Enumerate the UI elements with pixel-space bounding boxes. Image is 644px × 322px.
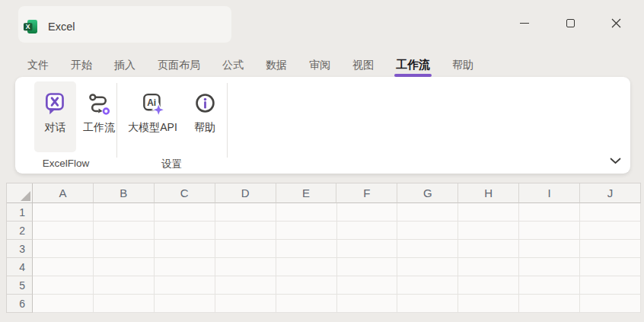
cell[interactable] [94, 222, 155, 240]
cell[interactable] [94, 203, 155, 222]
tab-formulas[interactable]: 公式 [222, 53, 244, 76]
cell[interactable] [33, 240, 94, 258]
cell[interactable] [580, 295, 641, 313]
cell[interactable] [33, 258, 94, 276]
row-header[interactable]: 6 [7, 295, 33, 313]
tab-help[interactable]: 帮助 [452, 53, 473, 76]
tab-review[interactable]: 审阅 [309, 53, 330, 76]
cell[interactable] [337, 295, 398, 313]
maximize-button[interactable] [547, 0, 593, 46]
cell[interactable] [94, 276, 155, 295]
cell[interactable] [337, 203, 398, 222]
cell[interactable] [580, 276, 641, 295]
column-header[interactable]: F [336, 183, 397, 203]
cell[interactable] [215, 240, 276, 258]
tab-page-layout[interactable]: 页面布局 [158, 53, 200, 76]
cell[interactable] [580, 240, 641, 258]
cell[interactable] [33, 203, 94, 222]
cell[interactable] [276, 222, 337, 240]
cell[interactable] [276, 258, 337, 276]
llm-api-button[interactable]: Ai 大模型API [122, 81, 183, 152]
cell[interactable] [397, 276, 458, 295]
cell[interactable] [276, 295, 337, 313]
tab-view[interactable]: 视图 [352, 53, 374, 76]
cell[interactable] [458, 276, 519, 295]
cell[interactable] [580, 203, 641, 222]
column-header[interactable]: D [215, 183, 276, 203]
cell[interactable] [458, 295, 519, 313]
cell[interactable] [94, 258, 155, 276]
cell[interactable] [94, 295, 155, 313]
cell[interactable] [276, 276, 337, 295]
cell[interactable] [519, 240, 580, 258]
grid-row: 5 [7, 276, 641, 295]
cell[interactable] [215, 222, 276, 240]
cell[interactable] [458, 258, 519, 276]
row-header[interactable]: 2 [7, 222, 33, 240]
cell[interactable] [519, 203, 580, 222]
minimize-button[interactable] [502, 0, 547, 46]
column-header[interactable]: G [397, 183, 458, 203]
cell[interactable] [215, 203, 276, 222]
collapse-ribbon-button[interactable] [607, 155, 623, 167]
cell[interactable] [215, 276, 276, 295]
cell[interactable] [33, 295, 94, 313]
cell[interactable] [276, 203, 337, 222]
row-header[interactable]: 5 [7, 276, 33, 295]
column-header[interactable]: J [580, 183, 641, 203]
cell[interactable] [337, 276, 398, 295]
cell[interactable] [215, 258, 276, 276]
cell[interactable] [580, 258, 641, 276]
cell[interactable] [337, 258, 398, 276]
column-header[interactable]: E [276, 183, 337, 203]
chat-button-label: 对话 [45, 121, 66, 135]
tab-data[interactable]: 数据 [266, 53, 287, 76]
column-header[interactable]: I [519, 183, 580, 203]
cell[interactable] [519, 276, 580, 295]
cell[interactable] [155, 276, 215, 295]
cell[interactable] [215, 295, 276, 313]
chat-button[interactable]: 对话 [34, 81, 76, 152]
help-button[interactable]: 帮助 [186, 81, 224, 152]
cell[interactable] [337, 240, 398, 258]
cell[interactable] [94, 240, 155, 258]
cell[interactable] [155, 222, 215, 240]
cell[interactable] [397, 295, 458, 313]
ribbon-panel: 对话 工作流 Ai 大模型API [15, 77, 630, 174]
cell[interactable] [155, 203, 215, 222]
row-header[interactable]: 4 [7, 258, 33, 276]
cell[interactable] [458, 222, 519, 240]
column-header[interactable]: C [155, 183, 215, 203]
cell[interactable] [155, 240, 215, 258]
grid-row: 1 [7, 203, 641, 222]
cell[interactable] [155, 295, 215, 313]
cell[interactable] [276, 240, 337, 258]
cell[interactable] [458, 240, 519, 258]
row-header[interactable]: 1 [7, 203, 33, 222]
cell[interactable] [519, 295, 580, 313]
column-header[interactable]: A [33, 183, 94, 203]
cell[interactable] [519, 222, 580, 240]
cell[interactable] [397, 203, 458, 222]
column-header[interactable]: B [94, 183, 155, 203]
tab-file[interactable]: 文件 [27, 53, 49, 76]
tab-home[interactable]: 开始 [71, 53, 92, 76]
cell[interactable] [458, 203, 519, 222]
cell[interactable] [33, 276, 94, 295]
cell[interactable] [397, 240, 458, 258]
info-circle-icon [193, 92, 217, 116]
cell[interactable] [33, 222, 94, 240]
cell[interactable] [397, 258, 458, 276]
cell[interactable] [519, 258, 580, 276]
cell[interactable] [397, 222, 458, 240]
row-header[interactable]: 3 [7, 240, 33, 258]
select-all-corner[interactable] [7, 183, 33, 203]
close-button[interactable] [593, 0, 639, 46]
tab-insert[interactable]: 插入 [114, 53, 135, 76]
tab-workflow[interactable]: 工作流 [396, 53, 430, 76]
column-header[interactable]: H [458, 183, 519, 203]
workflow-button[interactable]: 工作流 [77, 81, 121, 152]
cell[interactable] [337, 222, 398, 240]
cell[interactable] [580, 222, 641, 240]
cell[interactable] [155, 258, 215, 276]
